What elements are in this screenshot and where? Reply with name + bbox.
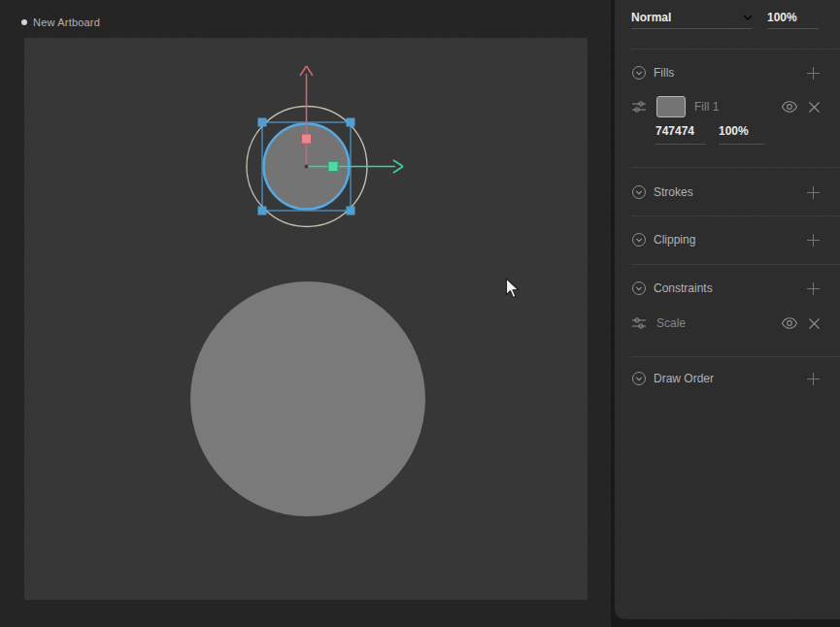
artboard-label[interactable]: New Artboard <box>21 16 100 28</box>
section-header-constraints: Constraints <box>631 278 821 299</box>
section-title-clipping: Clipping <box>654 233 695 247</box>
collapse-draw-order-button[interactable] <box>631 371 647 386</box>
divider <box>631 356 840 357</box>
remove-constraint-icon[interactable] <box>808 317 821 330</box>
opacity-input[interactable]: 100% <box>767 7 819 29</box>
artboard-bullet-icon <box>21 19 27 25</box>
section-header-draw-order: Draw Order <box>631 368 821 389</box>
section-title-draw-order: Draw Order <box>654 372 714 385</box>
add-clipping-button[interactable] <box>806 233 821 248</box>
canvas-stage[interactable]: New Artboard <box>0 0 611 627</box>
constraint-item-row: Scale <box>631 313 821 334</box>
fill-hex-value: 747474 <box>655 124 694 138</box>
divider <box>631 215 840 216</box>
blend-mode-value: Normal <box>631 11 671 24</box>
add-constraint-button[interactable] <box>806 281 821 296</box>
inspector-panel: Normal 100% Fills Fil <box>615 0 840 619</box>
section-title-fills: Fills <box>654 66 674 80</box>
section-header-clipping: Clipping <box>631 229 821 250</box>
divider <box>631 264 840 265</box>
fill-value-row: 747474 100% <box>631 124 821 146</box>
blend-mode-select[interactable]: Normal <box>631 7 753 29</box>
constraint-options-icon[interactable] <box>631 315 647 331</box>
collapse-fills-button[interactable] <box>631 65 647 81</box>
fill-name: Fill 1 <box>694 100 719 114</box>
section-header-strokes: Strokes <box>631 182 821 203</box>
fill-opacity-input[interactable]: 100% <box>719 124 765 145</box>
fill-visibility-eye-icon[interactable] <box>781 100 798 114</box>
fill-item-row: Fill 1 <box>631 96 821 117</box>
section-header-fills: Fills <box>631 62 821 83</box>
divider <box>631 49 840 50</box>
collapse-constraints-button[interactable] <box>631 280 647 296</box>
rive-editor-window: New Artboard <box>0 0 840 627</box>
collapse-strokes-button[interactable] <box>631 184 647 200</box>
artboard-name: New Artboard <box>33 16 100 28</box>
constraint-visibility-eye-icon[interactable] <box>781 316 798 330</box>
mouse-cursor-icon <box>505 278 522 301</box>
constraint-name: Scale <box>656 316 686 330</box>
ellipse-shape-large[interactable] <box>190 281 425 516</box>
collapse-clipping-button[interactable] <box>631 232 647 248</box>
chevron-down-icon <box>743 15 753 20</box>
fill-opacity-value: 100% <box>719 124 749 138</box>
section-title-strokes: Strokes <box>654 185 693 199</box>
opacity-value: 100% <box>767 11 797 24</box>
blend-row: Normal 100% <box>631 6 821 29</box>
add-fill-button[interactable] <box>806 66 821 81</box>
section-title-constraints: Constraints <box>654 281 713 295</box>
remove-fill-icon[interactable] <box>808 101 821 114</box>
divider <box>631 167 840 168</box>
add-draw-order-button[interactable] <box>806 372 821 386</box>
fill-options-icon[interactable] <box>631 99 647 115</box>
add-stroke-button[interactable] <box>806 185 821 200</box>
fill-color-swatch[interactable] <box>656 96 686 117</box>
fill-hex-input[interactable]: 747474 <box>655 124 706 145</box>
